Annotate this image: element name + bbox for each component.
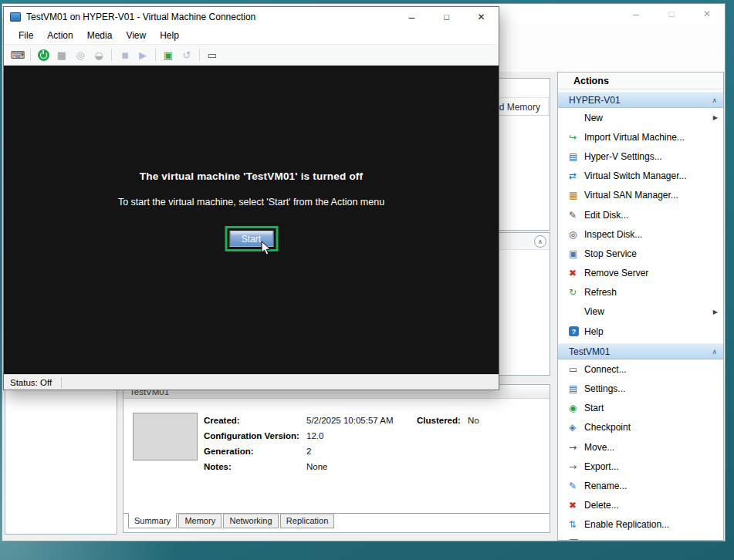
- action-item-remove-server[interactable]: ✖ Remove Server: [558, 264, 723, 283]
- power-icon: [38, 49, 49, 61]
- collapse-panel-button[interactable]: ∧: [534, 235, 546, 248]
- minimize-icon[interactable]: –: [394, 7, 429, 27]
- action-item-inspect-disk[interactable]: ◎ Inspect Disk...: [558, 224, 723, 244]
- action-item-connect[interactable]: ▭ Connect...: [558, 359, 723, 379]
- save-icon: ◒: [94, 49, 103, 61]
- action-item-help[interactable]: ? Help: [558, 322, 723, 341]
- shut-down-button[interactable]: ◎: [71, 46, 90, 63]
- toolbar-separator: [30, 49, 31, 61]
- action-item-virtual-san-manager[interactable]: ▦ Virtual SAN Manager...: [558, 186, 723, 205]
- action-item-label: Connect...: [584, 364, 627, 375]
- tab-summary[interactable]: Summary: [128, 513, 177, 528]
- edit-disk-icon: ✎: [569, 211, 584, 220]
- vm-off-message: The virtual machine 'TestVM01' is turned…: [4, 170, 499, 182]
- chevron-up-icon: ∧: [712, 96, 717, 104]
- maximize-icon[interactable]: □: [654, 4, 689, 24]
- menu-media[interactable]: Media: [80, 27, 120, 44]
- column-gridline: [548, 98, 549, 115]
- vm-console-viewport[interactable]: The virtual machine 'TestVM01' is turned…: [4, 66, 499, 374]
- toolbar-separator: [111, 49, 112, 61]
- field-value: 5/2/2025 10:05:57 AM: [306, 416, 394, 425]
- reset-button[interactable]: ▶: [134, 46, 152, 63]
- menu-view[interactable]: View: [119, 27, 153, 44]
- action-item-export[interactable]: → Export...: [558, 457, 723, 476]
- action-item-stop-service[interactable]: ▣ Stop Service: [558, 244, 723, 263]
- vm-off-hint: To start the virtual machine, select 'St…: [4, 197, 499, 207]
- action-item-settings[interactable]: ▤ Settings...: [558, 379, 723, 398]
- pause-button[interactable]: ▮▮: [115, 46, 134, 63]
- mouse-cursor: [261, 241, 272, 256]
- section-title: HYPER-V01: [569, 95, 621, 106]
- close-icon[interactable]: ✕: [464, 7, 499, 27]
- settings-icon: ▤: [569, 384, 584, 393]
- desktop: – □ ✕ Assigned Memory ∧ TestVM01: [0, 0, 734, 560]
- manager-window-controls: – □ ✕: [618, 4, 725, 24]
- detail-row-configuration-version: Configuration Version: 12.0: [204, 428, 394, 444]
- action-item-delete[interactable]: ✖ Delete...: [558, 496, 723, 515]
- start-button[interactable]: [34, 46, 52, 63]
- detail-row-notes: Notes: None: [204, 459, 394, 474]
- start-icon: ◉: [569, 403, 584, 413]
- field-label: Generation:: [204, 447, 306, 456]
- action-item-refresh[interactable]: ↻ Refresh: [558, 283, 723, 302]
- action-item-view[interactable]: View ▶: [558, 302, 723, 322]
- turn-off-button[interactable]: ■: [52, 46, 71, 63]
- actions-pane: Actions HYPER-V01 ∧ New ▶ ↪ Import Virtu…: [557, 72, 724, 541]
- action-item-virtual-switch-manager[interactable]: ⇄ Virtual Switch Manager...: [558, 167, 723, 186]
- toolbar-separator: [199, 49, 200, 61]
- action-item-label: Virtual Switch Manager...: [584, 170, 687, 181]
- action-item-new[interactable]: New ▶: [558, 108, 723, 127]
- vm-thumbnail: [133, 413, 198, 460]
- details-fields: Created: 5/2/2025 10:05:57 AM Configurat…: [204, 413, 394, 474]
- enhanced-session-button[interactable]: ▭: [203, 46, 222, 63]
- save-button[interactable]: ◒: [90, 46, 108, 63]
- actions-section-testvm01[interactable]: TestVM01 ∧: [558, 343, 723, 359]
- help-icon: ?: [569, 539, 579, 541]
- action-item-label: New: [584, 113, 603, 123]
- tab-networking[interactable]: Networking: [223, 514, 278, 528]
- minimize-icon[interactable]: –: [618, 4, 654, 24]
- action-item-hyperv-settings[interactable]: ▤ Hyper-V Settings...: [558, 147, 723, 166]
- menu-help[interactable]: Help: [153, 27, 186, 44]
- detail-row-clustered: Clustered: No: [417, 413, 479, 428]
- action-item-enable-replication[interactable]: ⇅ Enable Replication...: [558, 515, 723, 535]
- action-item-import-virtual-machine[interactable]: ↪ Import Virtual Machine...: [558, 127, 723, 147]
- menu-action[interactable]: Action: [40, 27, 79, 44]
- action-item-label: Delete...: [584, 500, 619, 511]
- detail-row-created: Created: 5/2/2025 10:05:57 AM: [204, 413, 394, 428]
- action-item-label: Settings...: [584, 383, 625, 394]
- actions-section-hyperv01[interactable]: HYPER-V01 ∧: [558, 92, 723, 108]
- ctrl-alt-del-button[interactable]: ⌨: [8, 46, 27, 63]
- action-item-label: Enable Replication...: [584, 519, 669, 530]
- toolbar-separator: [155, 49, 156, 61]
- action-item-rename[interactable]: ✎ Rename...: [558, 476, 723, 495]
- action-item-edit-disk[interactable]: ✎ Edit Disk...: [558, 205, 723, 224]
- maximize-icon[interactable]: □: [429, 7, 464, 27]
- action-item-move[interactable]: → Move...: [558, 437, 723, 457]
- checkpoint-icon: ◈: [569, 423, 584, 432]
- settings-icon: ▤: [569, 152, 584, 161]
- action-item-label: Help: [584, 326, 604, 337]
- rename-icon: ✎: [569, 481, 584, 491]
- replication-icon: ⇅: [569, 520, 584, 529]
- vm-connection-window: TestVM01 on HYPER-V01 - Virtual Machine …: [3, 6, 499, 390]
- field-value: None: [306, 462, 328, 471]
- stop-icon: ■: [57, 49, 66, 61]
- revert-icon: ↺: [183, 49, 191, 61]
- action-item-start[interactable]: ◉ Start: [558, 399, 723, 418]
- tab-memory[interactable]: Memory: [178, 514, 222, 528]
- vmc-titlebar[interactable]: TestVM01 on HYPER-V01 - Virtual Machine …: [4, 7, 499, 27]
- detail-row-generation: Generation: 2: [204, 444, 394, 459]
- action-item-label: Move...: [584, 442, 614, 453]
- close-icon[interactable]: ✕: [689, 4, 725, 24]
- action-item-label: Rename...: [584, 481, 627, 491]
- action-item-checkpoint[interactable]: ◈ Checkpoint: [558, 418, 723, 437]
- action-item-label: Help: [584, 539, 604, 541]
- import-icon: ↪: [569, 133, 584, 142]
- action-item-label: Refresh: [584, 287, 617, 298]
- action-item-help-vm[interactable]: ? Help: [558, 535, 723, 541]
- tab-replication[interactable]: Replication: [280, 514, 334, 528]
- menu-file[interactable]: File: [12, 27, 40, 44]
- checkpoint-button[interactable]: ▣: [159, 46, 178, 63]
- revert-button[interactable]: ↺: [178, 46, 196, 63]
